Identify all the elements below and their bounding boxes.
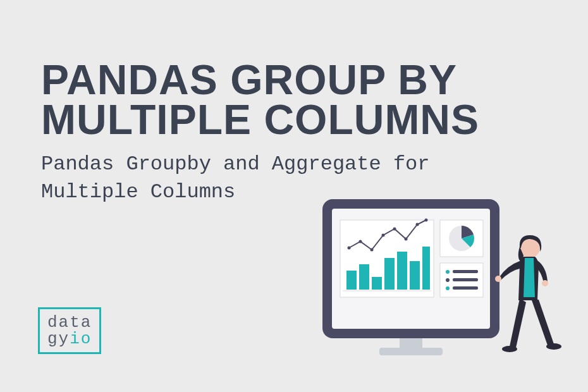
page-title: Pandas Group By Multiple Columns [41, 60, 547, 139]
svg-point-6 [359, 240, 362, 243]
title-line-2: Multiple Columns [41, 96, 479, 143]
svg-rect-15 [372, 277, 382, 290]
svg-point-5 [348, 247, 351, 250]
svg-point-7 [371, 248, 374, 252]
svg-point-33 [502, 346, 517, 352]
logo-row-2: gyio [47, 331, 92, 347]
datagy-logo: data gyio [38, 307, 101, 354]
svg-rect-27 [453, 278, 478, 281]
svg-point-12 [425, 219, 428, 222]
svg-point-24 [446, 270, 450, 274]
svg-point-34 [546, 343, 561, 350]
svg-point-10 [405, 238, 408, 241]
svg-point-8 [382, 234, 385, 237]
svg-point-26 [446, 278, 450, 282]
svg-rect-13 [346, 271, 357, 290]
svg-rect-17 [397, 252, 407, 290]
svg-rect-18 [410, 261, 420, 290]
svg-rect-16 [384, 258, 395, 290]
svg-point-31 [495, 276, 501, 282]
svg-point-32 [542, 280, 548, 286]
svg-point-11 [416, 223, 419, 226]
svg-rect-29 [453, 286, 478, 290]
svg-point-28 [446, 286, 450, 290]
svg-rect-25 [453, 270, 478, 273]
svg-rect-19 [422, 247, 430, 290]
svg-rect-14 [359, 264, 369, 290]
illustration [297, 190, 569, 379]
svg-point-9 [393, 228, 396, 231]
logo-row-1: data [47, 314, 92, 331]
